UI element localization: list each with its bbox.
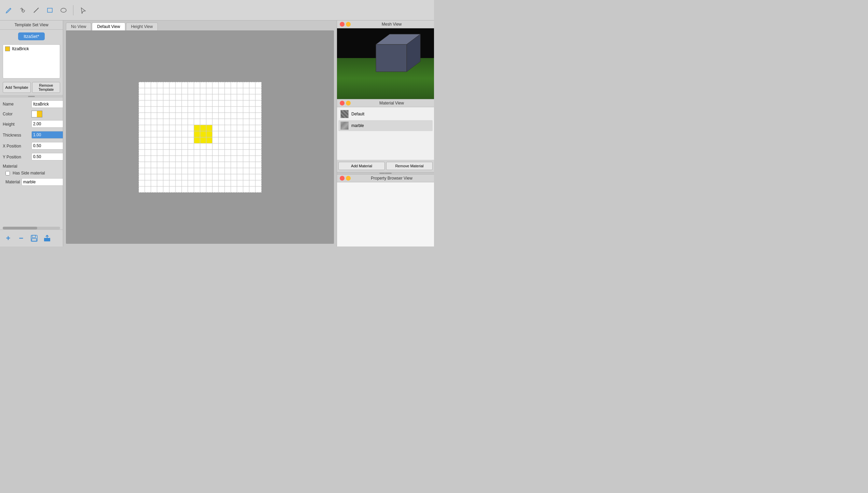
material-item-marble[interactable]: marble — [338, 120, 433, 131]
x-position-label: X Position — [3, 144, 30, 149]
svg-marker-7 — [376, 44, 407, 72]
color-picker-area — [31, 111, 42, 117]
template-set-view-title: Template Set View — [0, 20, 63, 30]
cursor-tool-icon[interactable] — [78, 5, 88, 16]
material-view-header: Material View — [337, 99, 434, 107]
material-action-buttons: Add Material Remove Material — [337, 160, 434, 172]
thickness-input[interactable] — [31, 131, 63, 139]
left-panel-bottom-toolbar: + − — [0, 229, 63, 246]
material-input[interactable] — [22, 178, 63, 186]
template-set-button-area: ItzaSet* — [0, 30, 63, 43]
template-list[interactable]: ItzaBrick — [3, 44, 60, 79]
template-color-swatch — [5, 46, 10, 51]
canvas-area[interactable] — [66, 30, 334, 244]
name-label: Name — [3, 102, 30, 107]
template-buttons: Add Template Remove Template — [0, 80, 63, 95]
y-position-row: Y Position ▲ ▼ — [3, 153, 60, 161]
name-input[interactable] — [31, 100, 63, 108]
y-position-input-area: ▲ ▼ — [31, 153, 63, 161]
tab-height-view[interactable]: Height View — [126, 23, 158, 30]
material-view-panel: Material View Default marble Add Materia… — [337, 99, 434, 174]
material-view-close-button[interactable] — [340, 101, 345, 105]
3d-cube — [362, 28, 424, 79]
pencil-tool-icon[interactable] — [3, 5, 14, 16]
template-set-button[interactable]: ItzaSet* — [18, 32, 45, 40]
height-row: Height ▲ ▼ — [3, 120, 60, 128]
svg-rect-5 — [32, 239, 37, 241]
scrollbar-thumb[interactable] — [3, 227, 37, 229]
height-input[interactable] — [31, 120, 63, 128]
x-position-input-area: ▲ ▼ — [31, 142, 63, 150]
grid-canvas[interactable] — [139, 82, 262, 193]
save-button[interactable] — [29, 234, 39, 243]
y-position-input[interactable] — [31, 153, 63, 160]
mesh-view-panel: Mesh View — [337, 20, 434, 99]
ellipse-tool-icon[interactable] — [58, 5, 69, 16]
svg-rect-4 — [32, 235, 36, 238]
resize-indicator — [379, 173, 385, 174]
remove-template-button[interactable]: Remove Template — [32, 82, 60, 93]
has-side-material-label: Has Side material — [13, 171, 45, 175]
has-side-material-checkbox[interactable] — [5, 171, 10, 175]
property-browser-close-button[interactable] — [340, 176, 345, 181]
y-position-label: Y Position — [3, 155, 30, 159]
remove-material-button[interactable]: Remove Material — [386, 162, 433, 170]
thickness-label: Thickness — [3, 133, 30, 138]
thickness-row: Thickness ▲ ▼ — [3, 131, 60, 139]
tab-no-view[interactable]: No View — [66, 23, 91, 30]
name-row: Name — [3, 100, 60, 108]
import-button[interactable] — [42, 234, 52, 243]
material-label: Material — [5, 180, 20, 184]
material-item-default[interactable]: Default — [338, 109, 433, 119]
toolbar — [0, 0, 434, 20]
template-item-itzabrick[interactable]: ItzaBrick — [3, 45, 60, 53]
svg-point-2 — [61, 8, 66, 12]
height-input-area: ▲ ▼ — [31, 120, 63, 128]
mesh-view-title: Mesh View — [352, 22, 431, 27]
view-tabs: No View Default View Height View — [63, 20, 337, 30]
property-browser-title: Property Browser View — [352, 176, 431, 181]
material-view-minimize-button[interactable] — [346, 101, 351, 105]
material-input-row: Material ... — [3, 178, 60, 186]
material-section-label: Material — [3, 164, 60, 169]
color-swatch[interactable] — [31, 111, 42, 117]
hand-tool-icon[interactable] — [17, 5, 28, 16]
center-panel: No View Default View Height View — [63, 20, 337, 246]
mesh-view-close-button[interactable] — [340, 22, 345, 27]
resize-handle[interactable] — [0, 95, 63, 98]
toolbar-divider — [73, 5, 73, 15]
color-row: Color — [3, 111, 60, 117]
template-item-name: ItzaBrick — [12, 46, 29, 51]
property-browser-minimize-button[interactable] — [346, 176, 351, 181]
svg-line-0 — [34, 8, 39, 13]
line-tool-icon[interactable] — [31, 5, 42, 16]
mesh-view-minimize-button[interactable] — [346, 22, 351, 27]
height-label: Height — [3, 122, 30, 127]
property-browser-view-panel: Property Browser View — [337, 174, 434, 246]
material-thumb-default — [340, 110, 349, 118]
material-view-title: Material View — [352, 101, 431, 105]
add-template-button[interactable]: Add Template — [3, 82, 31, 93]
x-position-row: X Position ▲ ▼ — [3, 142, 60, 150]
property-browser-header: Property Browser View — [337, 174, 434, 182]
remove-button[interactable]: − — [16, 234, 26, 243]
material-thumb-marble — [340, 122, 349, 130]
svg-rect-1 — [47, 8, 52, 12]
color-label: Color — [3, 112, 30, 116]
property-browser-content — [337, 182, 434, 246]
add-material-button[interactable]: Add Material — [338, 162, 385, 170]
properties-panel: Name Color Height ▲ ▼ — [0, 98, 63, 227]
mesh-view-canvas — [337, 28, 434, 99]
material-name-default: Default — [351, 112, 364, 116]
x-position-input[interactable] — [31, 142, 63, 150]
main-layout: Template Set View ItzaSet* ItzaBrick Add… — [0, 20, 434, 246]
has-side-material-row: Has Side material — [3, 171, 60, 175]
left-panel: Template Set View ItzaSet* ItzaBrick Add… — [0, 20, 63, 246]
thickness-input-area: ▲ ▼ — [31, 131, 63, 139]
tab-default-view[interactable]: Default View — [92, 23, 125, 30]
material-list: Default marble — [337, 107, 434, 160]
mesh-view-header: Mesh View — [337, 20, 434, 28]
horizontal-scrollbar[interactable] — [3, 227, 60, 229]
add-button[interactable]: + — [3, 234, 13, 243]
rectangle-tool-icon[interactable] — [44, 5, 55, 16]
